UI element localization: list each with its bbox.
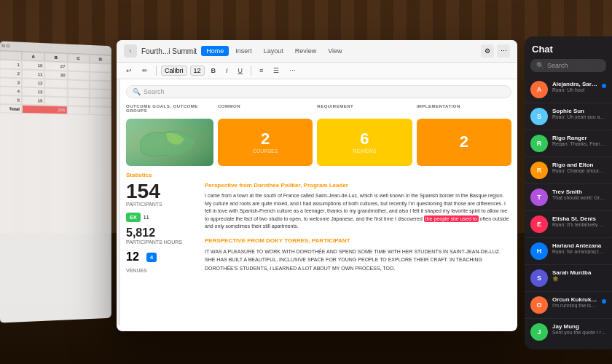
chat-preview: That should work! Great ousl... xyxy=(552,195,606,200)
chat-panel: Chat 🔍 Search AAlejandra, Sarah + 1Ryan:… xyxy=(525,36,612,349)
cell-b4 xyxy=(44,88,67,98)
tab-home[interactable]: Home xyxy=(201,46,229,56)
chat-item[interactable]: EElisha St. DenisRyan: It's tentatively … xyxy=(525,211,612,238)
undo-button[interactable]: ↩ xyxy=(122,66,136,76)
main-document-window: ‹ Fourth...i Summit Home Insert Layout R… xyxy=(117,40,517,331)
spreadsheet-title: N O xyxy=(1,44,9,49)
underline-button[interactable]: U xyxy=(235,66,247,76)
cell-b3 xyxy=(44,79,67,88)
chat-preview: I'm running the issue I received... xyxy=(552,303,597,308)
cell-d4 xyxy=(90,89,111,98)
chat-preview: Ryan: Uh yeah you a progres... xyxy=(552,114,606,119)
list-button[interactable]: ☰ xyxy=(270,66,283,76)
cell-d3 xyxy=(90,80,111,90)
chat-avatar: J xyxy=(530,323,548,341)
row-label-1: 1 xyxy=(0,60,22,69)
number-5812: 5,812 xyxy=(126,226,199,240)
chat-info: Sophie SunRyan: Uh yeah you a progres... xyxy=(552,108,606,119)
top-stats-row: 2 COURSES 6 REVIEWS 2 xyxy=(126,119,511,166)
settings-icon[interactable]: ⚙ xyxy=(481,44,494,58)
chat-avatar: S xyxy=(530,108,548,125)
chat-item[interactable]: SSarah Murdba🌟 xyxy=(525,265,612,292)
chat-item[interactable]: SSophie SunRyan: Uh yeah you a progres..… xyxy=(525,103,612,130)
cell-b2: 30 xyxy=(44,70,67,79)
stat-reviews-label: REVIEWS xyxy=(353,149,376,154)
perspective-2-title: Perspective from Doky Torres, Participan… xyxy=(205,237,511,246)
chat-item[interactable]: HHarland AntezanaRyan: for arranging tha… xyxy=(525,238,612,265)
chat-name: Jay Mung xyxy=(552,323,606,330)
perspective-2-block: Perspective from Doky Torres, Participan… xyxy=(205,237,511,272)
tab-layout[interactable]: Layout xyxy=(259,46,289,56)
stat-courses-label: COURSES xyxy=(253,149,278,154)
chat-info: Harland AntezanaRyan: for arranging that… xyxy=(552,242,606,254)
badge-4: 4 xyxy=(146,253,157,262)
chat-item[interactable]: RRigo and EltonRyan: Change should al... xyxy=(525,157,612,184)
font-size[interactable]: 12 xyxy=(190,66,205,76)
row-label-4: 4 xyxy=(0,87,22,96)
chat-avatar: R xyxy=(530,135,548,152)
doc-search-bar[interactable]: 🔍 Search xyxy=(126,85,511,98)
cell-a1: 10 xyxy=(22,60,44,70)
tab-view[interactable]: View xyxy=(323,46,347,56)
redo-button[interactable]: ✏ xyxy=(138,66,152,76)
chat-name: Alejandra, Sarah + 1 xyxy=(552,81,597,87)
cell-c5 xyxy=(67,97,90,106)
badge-row-6x: 6X 11 xyxy=(126,213,199,222)
chat-info: Elisha St. DenisRyan: It's tentatively s… xyxy=(552,215,606,227)
badge-6x: 6X xyxy=(126,213,141,222)
chat-info: Trev SmithThat should work! Great ousl..… xyxy=(552,189,606,200)
more-button[interactable]: ⋯ xyxy=(286,66,299,76)
map-card xyxy=(126,119,213,166)
stat-reviews-value: 6 xyxy=(360,131,369,147)
chat-preview: Ryan: for arranging that, it... xyxy=(552,249,606,254)
row-label-total: Total xyxy=(0,104,22,114)
chat-avatar: E xyxy=(530,215,548,233)
chat-preview: Ryan: Uh hoo! xyxy=(552,87,597,92)
chat-preview: Regan: Thanks, Francesco... xyxy=(552,141,606,146)
chat-search-bar[interactable]: 🔍 Search xyxy=(530,59,606,72)
chat-preview: Ryan: It's tentatively schedu... xyxy=(552,222,606,227)
chat-name: Sophie Sun xyxy=(552,108,606,114)
chat-avatar: A xyxy=(530,81,548,98)
italic-button[interactable]: I xyxy=(222,66,232,76)
chat-name: Orcun Kukruksavin xyxy=(552,296,597,303)
chat-list: AAlejandra, Sarah + 1Ryan: Uh hoo!SSophi… xyxy=(525,76,612,342)
chat-item[interactable]: TTrev SmithThat should work! Great ousl.… xyxy=(525,184,612,211)
cell-d1 xyxy=(90,63,111,73)
chat-name: Rigo Ranger xyxy=(552,135,606,141)
chat-search-icon: 🔍 xyxy=(536,62,544,69)
cell-total-d xyxy=(90,106,111,116)
chat-info: Jay MungSent you the quote I recei... xyxy=(552,323,606,335)
chat-preview: Sent you the quote I recei... xyxy=(552,330,606,335)
nav-tabs: Home Insert Layout Review View xyxy=(201,46,347,56)
share-icon[interactable]: ⋯ xyxy=(497,44,510,58)
cell-c4 xyxy=(67,88,90,98)
chat-item[interactable]: OOrcun KukruksavinI'm running the issue … xyxy=(525,292,612,319)
row-label-3: 3 xyxy=(0,77,22,87)
chat-name: Rigo and Elton xyxy=(552,162,606,168)
chat-name: Elisha St. Denis xyxy=(552,215,606,222)
back-button[interactable]: ‹ xyxy=(124,44,137,58)
cell-a5: 15 xyxy=(22,96,44,106)
stat-courses-value: 2 xyxy=(261,131,270,147)
tab-insert[interactable]: Insert xyxy=(230,46,257,56)
highlight-phrase: the people she used to xyxy=(424,215,479,222)
unread-indicator xyxy=(602,299,606,304)
perspective-1-title: Perspective from Dorothée Politier, Prog… xyxy=(205,181,511,190)
chat-item[interactable]: AAlejandra, Sarah + 1Ryan: Uh hoo! xyxy=(525,76,612,103)
cell-a4: 13 xyxy=(22,87,44,97)
tab-review[interactable]: Review xyxy=(290,46,322,56)
cell-a3: 12 xyxy=(22,78,44,87)
cell-b1: 27 xyxy=(44,61,67,71)
map-svg xyxy=(126,119,213,166)
content-columns: 154 PARTICIPANTS 6X 11 5,812 PARTICIPANT… xyxy=(126,181,511,279)
chat-item[interactable]: JJay MungSent you the quote I recei... xyxy=(525,319,612,342)
chat-item[interactable]: RRigo RangerRegan: Thanks, Francesco... xyxy=(525,130,612,157)
chat-avatar: S xyxy=(530,269,548,287)
chat-search-placeholder: Search xyxy=(547,62,568,69)
cell-total: 205 xyxy=(22,105,67,114)
spreadsheet-grid: A B C D 1 10 27 2 11 30 3 12 4 13 5 15 T… xyxy=(0,51,111,116)
font-selector[interactable]: Calibri xyxy=(161,66,187,76)
align-button[interactable]: ≡ xyxy=(256,66,267,76)
bold-button[interactable]: B xyxy=(208,66,220,76)
